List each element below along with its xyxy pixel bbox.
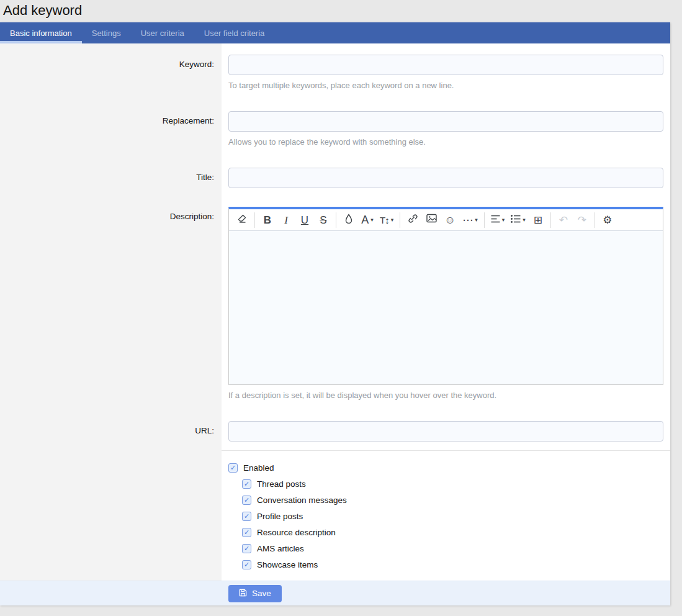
- font-family-icon: A: [361, 214, 369, 225]
- tab-bar: Basic information Settings User criteria…: [0, 22, 670, 43]
- chevron-down-icon: ▾: [475, 217, 478, 223]
- url-input[interactable]: [228, 421, 663, 442]
- ams-articles-checkbox[interactable]: ✓: [242, 544, 251, 553]
- tab-basic-information[interactable]: Basic information: [0, 22, 82, 43]
- gear-icon: ⚙: [603, 215, 612, 225]
- thread-posts-option: ✓ Thread posts: [242, 479, 663, 489]
- toolbar-separator: [595, 212, 595, 228]
- chevron-down-icon: ▾: [502, 217, 505, 223]
- save-button[interactable]: Save: [228, 585, 282, 602]
- insert-table-button[interactable]: ⊞: [529, 211, 547, 229]
- ellipsis-icon: ⋯: [462, 215, 473, 225]
- redo-icon: ↷: [578, 215, 586, 225]
- keyword-row: Keyword: To target multiple keywords, pl…: [0, 43, 670, 100]
- description-row: Description: B I U S A▾ T↕▾: [0, 196, 670, 410]
- alignment-button[interactable]: ▾: [488, 211, 508, 229]
- undo-button[interactable]: ↶: [554, 211, 573, 229]
- insert-link-button[interactable]: [403, 211, 422, 229]
- table-icon: ⊞: [534, 215, 542, 225]
- eraser-icon: [237, 214, 247, 227]
- editor-settings-button[interactable]: ⚙: [598, 211, 617, 229]
- enabled-checkbox[interactable]: ✓: [228, 463, 238, 473]
- replacement-label: Replacement:: [0, 100, 222, 156]
- conversation-messages-checkbox[interactable]: ✓: [242, 496, 251, 505]
- description-label: Description:: [0, 196, 222, 410]
- showcase-items-checkbox[interactable]: ✓: [242, 560, 251, 569]
- description-hint: If a description is set, it will be disp…: [228, 391, 663, 400]
- tab-settings[interactable]: Settings: [82, 22, 131, 43]
- context-options: ✓ Thread posts ✓ Conversation messages ✓…: [242, 479, 663, 569]
- chevron-down-icon: ▾: [370, 217, 374, 223]
- emoji-button[interactable]: ☺: [441, 211, 459, 229]
- thread-posts-checkbox[interactable]: ✓: [242, 479, 251, 489]
- editor-toolbar: B I U S A▾ T↕▾ ☺ ⋯▾ ▾: [229, 209, 663, 231]
- description-editor-area[interactable]: [229, 231, 663, 384]
- more-options-button[interactable]: ⋯▾: [459, 211, 481, 229]
- font-size-icon: T↕: [380, 215, 389, 225]
- form-footer: Save: [0, 581, 670, 605]
- enabled-label: Enabled: [243, 463, 274, 473]
- replacement-hint: Allows you to replace the keyword with s…: [228, 137, 663, 147]
- redo-button[interactable]: ↷: [573, 211, 591, 229]
- title-label: Title:: [0, 156, 222, 196]
- keyword-hint: To target multiple keywords, place each …: [228, 81, 663, 90]
- title-input[interactable]: [228, 168, 663, 188]
- add-keyword-panel: Basic information Settings User criteria…: [0, 22, 670, 605]
- keyword-input[interactable]: [228, 55, 663, 75]
- replacement-input[interactable]: [228, 111, 663, 132]
- resource-description-option: ✓ Resource description: [242, 528, 663, 537]
- bold-icon: B: [264, 215, 271, 225]
- options-label-spacer: [0, 451, 222, 581]
- strikethrough-icon: S: [320, 215, 326, 225]
- italic-icon: I: [284, 215, 288, 225]
- resource-description-checkbox[interactable]: ✓: [242, 528, 251, 537]
- showcase-items-option: ✓ Showcase items: [242, 560, 663, 569]
- undo-icon: ↶: [559, 215, 568, 225]
- page-title: Add keyword: [0, 0, 682, 22]
- url-label: URL:: [0, 410, 222, 451]
- italic-button[interactable]: I: [277, 211, 295, 229]
- ams-articles-option: ✓ AMS articles: [242, 544, 663, 553]
- toolbar-separator: [550, 212, 551, 228]
- chevron-down-icon: ▾: [391, 217, 394, 223]
- underline-icon: U: [301, 215, 308, 225]
- options-row: ✓ Enabled ✓ Thread posts ✓ Conversation …: [0, 451, 670, 581]
- smiley-icon: ☺: [445, 215, 455, 225]
- profile-posts-option: ✓ Profile posts: [242, 512, 663, 521]
- link-icon: [408, 214, 418, 227]
- conversation-messages-option: ✓ Conversation messages: [242, 496, 663, 505]
- remove-format-button[interactable]: [233, 211, 251, 229]
- floppy-disk-icon: [239, 589, 247, 599]
- profile-posts-checkbox[interactable]: ✓: [242, 512, 251, 521]
- url-row: URL:: [0, 410, 670, 451]
- image-icon: [426, 214, 437, 226]
- bold-button[interactable]: B: [258, 211, 277, 229]
- toolbar-separator: [336, 212, 336, 228]
- rich-text-editor: B I U S A▾ T↕▾ ☺ ⋯▾ ▾: [228, 207, 663, 385]
- font-size-button[interactable]: T↕▾: [377, 211, 397, 229]
- tab-user-field-criteria[interactable]: User field criteria: [194, 22, 275, 43]
- strikethrough-button[interactable]: S: [314, 211, 333, 229]
- save-button-label: Save: [252, 589, 271, 598]
- list-button[interactable]: ▾: [508, 211, 529, 229]
- toolbar-separator: [254, 212, 255, 228]
- replacement-row: Replacement: Allows you to replace the k…: [0, 100, 670, 156]
- tab-user-criteria[interactable]: User criteria: [131, 22, 194, 43]
- text-color-button[interactable]: [339, 211, 358, 229]
- insert-image-button[interactable]: [422, 211, 441, 229]
- font-family-button[interactable]: A▾: [358, 211, 377, 229]
- chevron-down-icon: ▾: [523, 217, 526, 223]
- title-row: Title:: [0, 156, 670, 196]
- align-left-icon: [491, 214, 500, 226]
- toolbar-separator: [484, 212, 485, 228]
- underline-button[interactable]: U: [295, 211, 314, 229]
- enabled-option: ✓ Enabled: [228, 463, 663, 473]
- bullet-list-icon: [511, 214, 521, 226]
- keyword-label: Keyword:: [0, 43, 222, 100]
- droplet-icon: [345, 214, 352, 227]
- keyword-form: Keyword: To target multiple keywords, pl…: [0, 43, 670, 581]
- toolbar-separator: [400, 212, 400, 228]
